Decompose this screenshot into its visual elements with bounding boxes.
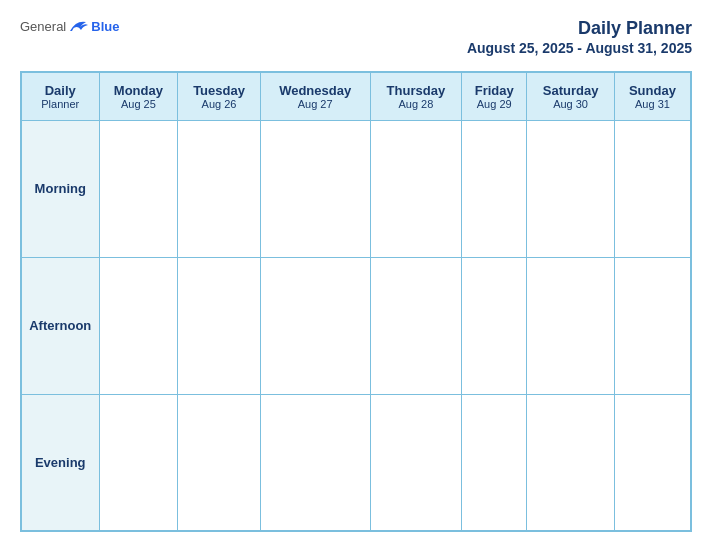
morning-tuesday[interactable] bbox=[178, 120, 260, 257]
afternoon-row: Afternoon bbox=[21, 257, 691, 394]
morning-thursday[interactable] bbox=[370, 120, 462, 257]
morning-monday[interactable] bbox=[99, 120, 178, 257]
col-header-tuesday: Tuesday Aug 26 bbox=[178, 72, 260, 120]
header-col-label2: Planner bbox=[26, 98, 95, 110]
evening-friday[interactable] bbox=[462, 394, 527, 531]
evening-sunday[interactable] bbox=[614, 394, 691, 531]
col-header-wednesday: Wednesday Aug 27 bbox=[260, 72, 370, 120]
col-header-thursday: Thursday Aug 28 bbox=[370, 72, 462, 120]
evening-label: Evening bbox=[21, 394, 99, 531]
morning-sunday[interactable] bbox=[614, 120, 691, 257]
logo-general-text: General bbox=[20, 19, 66, 34]
col-header-saturday: Saturday Aug 30 bbox=[527, 72, 615, 120]
col-header-monday: Monday Aug 25 bbox=[99, 72, 178, 120]
evening-thursday[interactable] bbox=[370, 394, 462, 531]
planner-title: Daily Planner bbox=[578, 18, 692, 38]
calendar-table: Daily Planner Monday Aug 25 Tuesday Aug … bbox=[20, 71, 692, 532]
header: General Blue Daily Planner August 25, 20… bbox=[20, 18, 692, 57]
evening-saturday[interactable] bbox=[527, 394, 615, 531]
afternoon-saturday[interactable] bbox=[527, 257, 615, 394]
col-header-friday: Friday Aug 29 bbox=[462, 72, 527, 120]
morning-saturday[interactable] bbox=[527, 120, 615, 257]
afternoon-tuesday[interactable] bbox=[178, 257, 260, 394]
evening-wednesday[interactable] bbox=[260, 394, 370, 531]
afternoon-sunday[interactable] bbox=[614, 257, 691, 394]
afternoon-thursday[interactable] bbox=[370, 257, 462, 394]
evening-row: Evening bbox=[21, 394, 691, 531]
morning-label: Morning bbox=[21, 120, 99, 257]
col-header-sunday: Sunday Aug 31 bbox=[614, 72, 691, 120]
logo-blue-text: Blue bbox=[91, 19, 119, 34]
title-area: Daily Planner August 25, 2025 - August 3… bbox=[467, 18, 692, 57]
morning-row: Morning bbox=[21, 120, 691, 257]
logo-bird-icon bbox=[68, 18, 90, 34]
column-headers: Daily Planner Monday Aug 25 Tuesday Aug … bbox=[21, 72, 691, 120]
logo-area: General Blue bbox=[20, 18, 119, 34]
logo: General Blue bbox=[20, 18, 119, 34]
afternoon-label: Afternoon bbox=[21, 257, 99, 394]
page: General Blue Daily Planner August 25, 20… bbox=[0, 0, 712, 550]
evening-monday[interactable] bbox=[99, 394, 178, 531]
morning-wednesday[interactable] bbox=[260, 120, 370, 257]
planner-date-range: August 25, 2025 - August 31, 2025 bbox=[467, 40, 692, 56]
evening-tuesday[interactable] bbox=[178, 394, 260, 531]
afternoon-wednesday[interactable] bbox=[260, 257, 370, 394]
morning-friday[interactable] bbox=[462, 120, 527, 257]
header-col-label1: Daily bbox=[26, 83, 95, 98]
daily-planner-header: Daily Planner bbox=[21, 72, 99, 120]
afternoon-friday[interactable] bbox=[462, 257, 527, 394]
afternoon-monday[interactable] bbox=[99, 257, 178, 394]
